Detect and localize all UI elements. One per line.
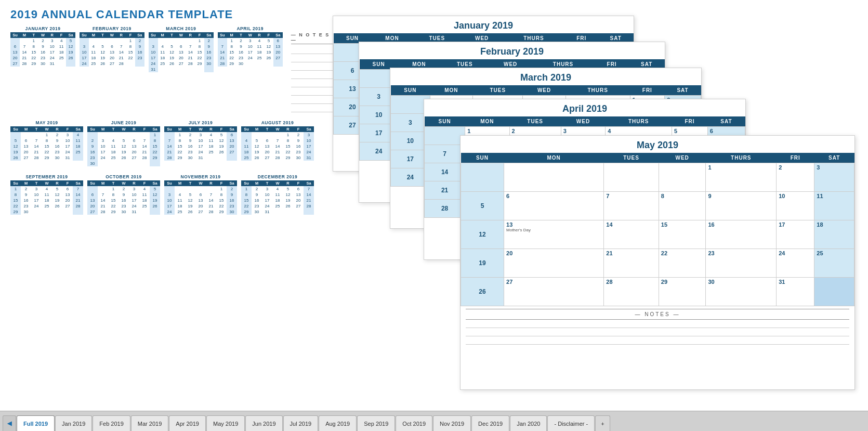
tab-nov-2019[interactable]: Nov 2019 — [433, 415, 471, 431]
small-cal-feb: FEBRUARY 2019 SuMTWRFSa 12 3456789 10111… — [80, 26, 144, 112]
notes-section-may: — NOTES — — [461, 306, 854, 347]
tab-jul-2019[interactable]: Jul 2019 — [283, 415, 319, 431]
small-cal-aug: AUGUST 2019 SuMTWRFSa 123 45678910 11121… — [241, 120, 314, 166]
tab-jun-2019[interactable]: Jun 2019 — [245, 415, 282, 431]
main-area: 2019 ANNUAL CALENDAR TEMPLATE JANUARY 20… — [0, 0, 868, 411]
notes-label: — N O T E S — — [291, 32, 333, 44]
small-cal-row-1: JANUARY 2019 SuMTWRFSa 12345 6789101112 … — [10, 26, 333, 112]
tab-feb-2019[interactable]: Feb 2019 — [93, 415, 130, 431]
tab-jan-2020[interactable]: Jan 2020 — [510, 415, 547, 431]
stacked-calendars: January 2019 SUNMONTUESWEDTHURSFRISAT 12… — [333, 16, 858, 406]
small-cal-jul: JULY 2019 SuMTWRFSa 123456 78910111213 1… — [164, 120, 237, 166]
small-cal-sep: SEPTEMBER 2019 SuMTWRFSa 1234567 8910111… — [10, 174, 83, 215]
small-cal-nov: NOVEMBER 2019 SuMTWRFSa 12 3456789 10111… — [164, 174, 237, 215]
small-cal-dec: DECEMBER 2019 SuMTWRFSa 1234567 89101112… — [241, 174, 314, 215]
tab-apr-2019[interactable]: Apr 2019 — [169, 415, 206, 431]
small-cal-may: MAY 2019 SuMTWRFSa 1234 567891011 121314… — [10, 120, 83, 166]
small-cal-mar: MARCH 2019 SuMTWRFSa 12 3456789 10111213… — [149, 26, 214, 112]
tab-oct-2019[interactable]: Oct 2019 — [396, 415, 432, 431]
notes-section: — N O T E S — — [291, 32, 333, 112]
tab-aug-2019[interactable]: Aug 2019 — [319, 415, 357, 431]
monthly-title-mar: March 2019 — [390, 68, 701, 85]
tab-sep-2019[interactable]: Sep 2019 — [357, 415, 395, 431]
monthly-title-feb: February 2019 — [359, 42, 665, 59]
tab-add[interactable]: + — [595, 415, 610, 431]
small-cal-row-2: MAY 2019 SuMTWRFSa 1234 567891011 121314… — [10, 120, 333, 166]
small-cal-row-3: SEPTEMBER 2019 SuMTWRFSa 1234567 8910111… — [10, 174, 333, 215]
notes-lines — [291, 46, 333, 112]
monthly-title-jan: January 2019 — [333, 16, 634, 33]
monthly-cal-may: May 2019 SUNMONTUESWEDTHURSFRISAT 1 2 3 … — [460, 135, 855, 390]
tab-jan-2019[interactable]: Jan 2019 — [55, 415, 92, 431]
small-cal-jan: JANUARY 2019 SuMTWRFSa 12345 6789101112 … — [10, 26, 75, 112]
small-cal-jun: JUNE 2019 SuMTWRFSa 1 2345678 9101112131… — [87, 120, 160, 166]
tab-disclaimer[interactable]: - Disclaimer - — [547, 415, 595, 431]
small-calendars: JANUARY 2019 SuMTWRFSa 12345 6789101112 … — [10, 26, 333, 220]
monthly-title-may: May 2019 — [461, 136, 854, 153]
small-cal-apr: APRIL 2019 SuMTWRFSa 123456 78910111213 … — [218, 26, 283, 112]
tab-may-2019[interactable]: May 2019 — [206, 415, 245, 431]
monthly-title-apr: April 2019 — [424, 99, 745, 116]
tab-mar-2019[interactable]: Mar 2019 — [131, 415, 168, 431]
tab-bar: ◀ Full 2019 Jan 2019 Feb 2019 Mar 2019 A… — [0, 411, 868, 431]
tab-nav-left[interactable]: ◀ — [3, 415, 16, 431]
small-cal-oct: OCTOBER 2019 SuMTWRFSa 12345 6789101112 … — [87, 174, 160, 215]
tab-dec-2019[interactable]: Dec 2019 — [471, 415, 509, 431]
tab-full-2019[interactable]: Full 2019 — [17, 415, 55, 431]
